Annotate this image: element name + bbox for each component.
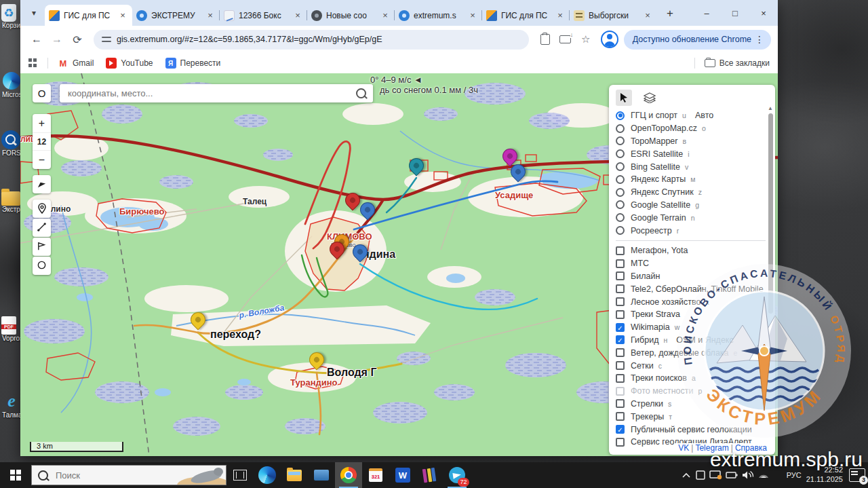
radio-button[interactable] — [616, 226, 625, 235]
back-button[interactable]: ← — [27, 30, 46, 49]
checkbox[interactable] — [616, 271, 625, 280]
overlay-option[interactable]: МТС — [616, 257, 766, 270]
language-indicator[interactable]: РУС — [787, 471, 802, 479]
overlay-option[interactable]: Стрелкиs — [616, 398, 766, 411]
map-search-box[interactable] — [60, 84, 373, 102]
browser-tab[interactable]: extremum.s× — [395, 5, 482, 26]
zoom-in-button[interactable]: + — [33, 114, 51, 132]
base-layer-option[interactable]: Яндекс Спутникz — [616, 186, 766, 199]
circle-tool-button[interactable] — [33, 257, 51, 275]
map-search-input[interactable] — [66, 88, 356, 99]
apps-grid-icon[interactable] — [28, 58, 38, 68]
layers-button[interactable] — [642, 90, 658, 106]
base-layer-option[interactable]: Яндекс Картым — [616, 173, 766, 186]
checkbox[interactable] — [616, 348, 625, 357]
search-icon[interactable] — [356, 88, 366, 98]
taskbar-app-tg[interactable]: 72 — [443, 462, 471, 488]
desktop-icon-pdf[interactable]: Vopros — [0, 316, 23, 342]
taskbar-app-cal[interactable]: 321 — [362, 462, 389, 488]
site-controls-icon[interactable] — [102, 35, 111, 43]
radio-button[interactable] — [616, 162, 625, 171]
locate-button[interactable] — [33, 175, 51, 193]
scroll-up-icon[interactable]: ▲ — [766, 105, 774, 111]
maximize-button[interactable]: □ — [721, 0, 749, 26]
tab-close-icon[interactable]: × — [467, 10, 478, 21]
radio-button[interactable] — [616, 124, 625, 133]
browser-tab[interactable]: ГИС для ПС× — [482, 5, 570, 26]
radio-button[interactable] — [616, 136, 625, 145]
taskbar-app-tv[interactable] — [226, 462, 254, 488]
browser-tab[interactable]: 12366 Бокс× — [220, 5, 307, 26]
add-marker-button[interactable] — [33, 200, 51, 218]
desktop-icon-folder[interactable]: Экстре — [0, 187, 23, 213]
checkbox[interactable] — [616, 412, 625, 421]
address-bar[interactable]: gis.extremum.org/#z=12&c=59.1865,34.7177… — [94, 30, 529, 50]
base-layer-option[interactable]: Bing Satellitev — [616, 160, 766, 173]
overlay-option[interactable]: ✓Публичный сервис геолокации — [616, 423, 766, 436]
reload-button[interactable]: ⟳ — [68, 30, 87, 49]
new-tab-button[interactable]: + — [661, 5, 679, 22]
tab-search-caret[interactable]: ▾ — [26, 5, 42, 22]
checkbox[interactable]: ✓ — [616, 425, 625, 434]
bookmark-star-icon[interactable]: ☆ — [576, 30, 595, 49]
taskbar-app-edge[interactable] — [254, 462, 281, 488]
taskbar-app-exp[interactable] — [281, 462, 308, 488]
checkbox[interactable] — [616, 387, 625, 396]
start-button[interactable] — [0, 462, 31, 488]
base-layer-option[interactable]: Google Terrainn — [616, 211, 766, 224]
checkbox[interactable] — [616, 284, 625, 293]
profile-avatar[interactable] — [601, 31, 618, 48]
checkbox[interactable] — [616, 361, 625, 370]
minimize-button[interactable]: – — [692, 0, 721, 26]
checkbox[interactable]: ✓ — [616, 335, 625, 344]
browser-tab[interactable]: Новые соо× — [307, 5, 395, 26]
tab-close-icon[interactable]: × — [205, 10, 216, 21]
overlay-option[interactable]: Треки поискова — [616, 372, 766, 385]
footer-link[interactable]: VK — [678, 443, 689, 453]
base-layer-option[interactable]: Google Satelliteg — [616, 199, 766, 212]
tab-close-icon[interactable]: × — [380, 10, 391, 21]
tab-close-icon[interactable]: × — [292, 10, 303, 21]
scrollbar-thumb[interactable] — [768, 113, 773, 314]
browser-tab[interactable]: ГИС для ПС× — [45, 5, 132, 26]
checkbox[interactable] — [616, 297, 625, 306]
taskbar-app-rar[interactable] — [416, 462, 443, 488]
bookmark-item[interactable]: YouTube — [106, 58, 153, 69]
overlay-option[interactable]: ✓Wikimapiaw — [616, 321, 766, 334]
base-layer-option[interactable]: ESRI Satellitei — [616, 147, 766, 160]
browser-tab[interactable]: ЭКСТРЕМУ× — [132, 5, 220, 26]
close-button[interactable]: × — [749, 0, 778, 26]
overlay-option[interactable]: Фото местностир — [616, 385, 766, 398]
overlay-option[interactable]: Ветер, дождевые облакае — [616, 346, 766, 359]
panel-scrollbar[interactable]: ▲ — [766, 105, 774, 449]
reading-list-icon[interactable] — [536, 30, 555, 49]
pointer-tool-button[interactable] — [616, 90, 632, 106]
radio-button[interactable] — [616, 149, 625, 158]
checkbox[interactable]: ✓ — [616, 323, 625, 332]
menu-kebab-icon[interactable]: ⋮ — [751, 34, 768, 45]
checkbox[interactable] — [616, 259, 625, 268]
zoom-out-button[interactable]: − — [33, 151, 51, 169]
desktop-icon-edge[interactable]: Microsoft Edge — [0, 71, 23, 98]
map-viewport[interactable]: лищеелиноБирючевоТалецКЛИМОВОКлимовоЛяди… — [20, 73, 778, 456]
taskbar-app-chrome[interactable] — [335, 462, 362, 488]
checkbox[interactable] — [616, 246, 625, 255]
measure-button[interactable] — [33, 219, 51, 237]
checkbox[interactable] — [616, 374, 625, 383]
radio-button[interactable] — [616, 111, 625, 120]
radio-button[interactable] — [616, 200, 625, 209]
overlay-option[interactable]: Сеткис — [616, 359, 766, 372]
base-layer-option[interactable]: OpenTopoMap.czo — [616, 122, 766, 135]
tab-close-icon[interactable]: × — [117, 10, 128, 21]
overlay-option[interactable]: Билайн — [616, 270, 766, 283]
base-layer-option[interactable]: Росреестрr — [616, 224, 766, 237]
desktop-icon-fors[interactable]: FORS — [0, 130, 23, 157]
chrome-update-chip[interactable]: Доступно обновление Chrome ⋮ — [624, 30, 771, 50]
tab-close-icon[interactable]: × — [642, 10, 653, 21]
base-layer-option[interactable]: ГГЦ и спортuАвто — [616, 109, 766, 122]
overlay-option[interactable]: Tele2, СберОнлайн, Tinkoff Mobile — [616, 282, 766, 295]
overlay-option[interactable]: Трекерыт — [616, 410, 766, 423]
layer-extra-option[interactable]: Авто — [695, 111, 713, 120]
taskbar-app-word[interactable]: W — [389, 462, 416, 488]
taskbar-app-rdp[interactable] — [308, 462, 335, 488]
